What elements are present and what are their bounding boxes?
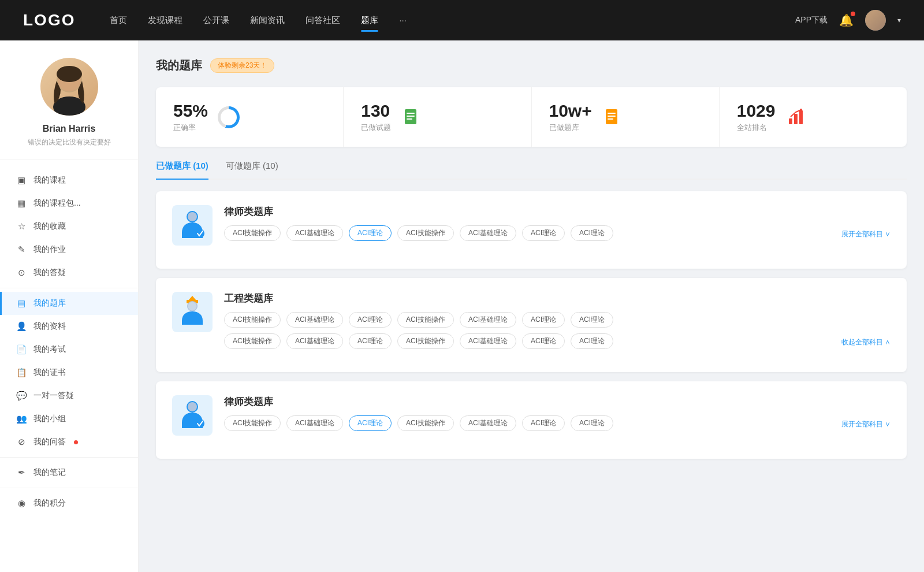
qb-title-engineer: 工程类题库 — [224, 292, 891, 305]
tag-0-lawyer2[interactable]: ACI技能操作 — [224, 415, 281, 431]
chevron-down-icon[interactable]: ▾ — [897, 16, 901, 24]
sidebar-item-qa1on1[interactable]: 💬一对一答疑 — [0, 384, 138, 407]
nav-link-公开课[interactable]: 公开课 — [203, 13, 229, 28]
sidebar-item-courses[interactable]: ▣我的课程 — [0, 169, 138, 192]
sidebar-item-points[interactable]: ◉我的积分 — [0, 492, 138, 515]
qb-card-content-engineer: 工程类题库ACI技能操作ACI基础理论ACI理论ACI技能操作ACI基础理论AC… — [224, 292, 891, 349]
sidebar-item-label-group: 我的小组 — [33, 414, 66, 424]
sidebar-divider — [0, 288, 138, 288]
tag-2-lawyer2[interactable]: ACI理论 — [349, 415, 392, 431]
trial-badge: 体验剩余23天！ — [210, 58, 274, 73]
stat-value-accuracy: 55% — [173, 101, 208, 120]
tags-row1-lawyer1: ACI技能操作ACI基础理论ACI理论ACI技能操作ACI基础理论ACI理论AC… — [224, 225, 891, 241]
avatar[interactable] — [865, 10, 886, 31]
tag-r2-0-engineer[interactable]: ACI技能操作 — [224, 333, 281, 349]
tag-2-engineer[interactable]: ACI理论 — [349, 312, 392, 328]
sidebar-item-label-points: 我的积分 — [33, 498, 66, 508]
tag-0-lawyer1[interactable]: ACI技能操作 — [224, 225, 281, 241]
sidebar-item-packages[interactable]: ▦我的课程包... — [0, 192, 138, 215]
avatar-image — [865, 10, 886, 31]
sidebar-item-cert[interactable]: 📋我的证书 — [0, 361, 138, 384]
sidebar-item-profile_info[interactable]: 👤我的资料 — [0, 315, 138, 338]
tag-0-engineer[interactable]: ACI技能操作 — [224, 312, 281, 328]
accuracy-pie — [218, 106, 240, 128]
tag-6-lawyer1[interactable]: ACI理论 — [571, 225, 613, 241]
nav-link-···[interactable]: ··· — [399, 13, 407, 28]
svg-rect-9 — [608, 113, 616, 114]
app-download-button[interactable]: APP下载 — [795, 15, 828, 25]
tag-2-lawyer1[interactable]: ACI理论 — [349, 225, 392, 241]
tag-5-lawyer1[interactable]: ACI理论 — [522, 225, 565, 241]
tag-3-lawyer1[interactable]: ACI技能操作 — [397, 225, 454, 241]
tag-6-lawyer2[interactable]: ACI理论 — [571, 415, 613, 431]
stat-done-banks: 10w+ 已做题库 — [532, 87, 720, 147]
lawyer-icon-wrap — [172, 395, 213, 436]
tag-5-lawyer2[interactable]: ACI理论 — [522, 415, 565, 431]
nav-link-题库[interactable]: 题库 — [361, 13, 378, 28]
stat-ranking: 1029 全站排名 — [720, 87, 907, 147]
tab-可做题库 (10)[interactable]: 可做题库 (10) — [226, 161, 278, 179]
questions-icon: ⊙ — [16, 268, 27, 278]
sidebar-item-label-exam: 我的考试 — [33, 344, 66, 355]
notification-bell[interactable]: 🔔 — [839, 13, 854, 27]
svg-rect-5 — [407, 113, 415, 114]
sidebar-item-label-qa1on1: 一对一答疑 — [33, 391, 74, 401]
stat-text-done: 130 已做试题 — [361, 101, 391, 133]
sidebar-divider — [0, 457, 138, 458]
tag-5-engineer[interactable]: ACI理论 — [522, 312, 565, 328]
sidebar-item-label-myqa: 我的问答 — [33, 437, 66, 447]
svg-rect-6 — [407, 116, 415, 117]
homework-icon: ✎ — [16, 244, 27, 255]
tag-4-lawyer2[interactable]: ACI基础理论 — [460, 415, 516, 431]
sidebar-item-group[interactable]: 👥我的小组 — [0, 407, 138, 430]
tag-r2-5-engineer[interactable]: ACI理论 — [522, 333, 565, 349]
tag-1-engineer[interactable]: ACI基础理论 — [286, 312, 343, 328]
nav-link-首页[interactable]: 首页 — [110, 13, 127, 28]
sidebar-item-myqa[interactable]: ⊘我的问答 — [0, 430, 138, 454]
qb-title-lawyer1: 律师类题库 — [224, 205, 891, 218]
sidebar-item-label-profile_info: 我的资料 — [33, 321, 66, 332]
sidebar-item-exam[interactable]: 📄我的考试 — [0, 338, 138, 361]
tags-row1-lawyer2: ACI技能操作ACI基础理论ACI理论ACI技能操作ACI基础理论ACI理论AC… — [224, 415, 891, 431]
tag-r2-4-engineer[interactable]: ACI基础理论 — [460, 333, 516, 349]
avatar-image-svg — [40, 58, 98, 116]
expand-button-lawyer2[interactable]: 展开全部科目 ∨ — [841, 417, 891, 429]
svg-rect-12 — [789, 118, 792, 124]
sidebar-item-homework[interactable]: ✎我的作业 — [0, 238, 138, 261]
sidebar-item-questions[interactable]: ⊙我的答疑 — [0, 261, 138, 284]
points-icon: ◉ — [16, 498, 27, 508]
notification-badge — [851, 12, 855, 16]
tag-6-engineer[interactable]: ACI理论 — [571, 312, 613, 328]
collapse-button-engineer[interactable]: 收起全部科目 ∧ — [841, 335, 891, 347]
nav-link-发现课程[interactable]: 发现课程 — [148, 13, 182, 28]
tag-1-lawyer2[interactable]: ACI基础理论 — [286, 415, 343, 431]
sidebar-item-qbank[interactable]: ▤我的题库 — [0, 292, 138, 315]
nav-links: 首页发现课程公开课新闻资讯问答社区题库··· — [110, 13, 795, 28]
nav-link-问答社区[interactable]: 问答社区 — [305, 13, 340, 28]
doc-orange-icon — [601, 106, 624, 129]
profile-avatar — [40, 58, 98, 116]
sidebar-item-label-homework: 我的作业 — [33, 244, 66, 255]
tag-r2-3-engineer[interactable]: ACI技能操作 — [397, 333, 454, 349]
tag-3-lawyer2[interactable]: ACI技能操作 — [397, 415, 454, 431]
courses-icon: ▣ — [16, 175, 27, 185]
tag-r2-1-engineer[interactable]: ACI基础理论 — [286, 333, 343, 349]
ranking-chart-icon — [787, 108, 806, 127]
logo[interactable]: LOGO — [23, 11, 75, 29]
svg-point-24 — [195, 419, 204, 428]
sidebar-item-favorites[interactable]: ☆我的收藏 — [0, 215, 138, 238]
tag-3-engineer[interactable]: ACI技能操作 — [397, 312, 454, 328]
tag-r2-6-engineer[interactable]: ACI理论 — [571, 333, 613, 349]
expand-button-lawyer1[interactable]: 展开全部科目 ∨ — [841, 227, 891, 239]
lawyer-figure-svg — [178, 209, 207, 242]
doc-blue-icon — [400, 106, 423, 129]
tag-4-lawyer1[interactable]: ACI基础理论 — [460, 225, 516, 241]
nav-link-新闻资讯[interactable]: 新闻资讯 — [250, 13, 285, 28]
sidebar-item-label-packages: 我的课程包... — [33, 198, 81, 209]
tag-4-engineer[interactable]: ACI基础理论 — [460, 312, 516, 328]
sidebar-item-label-favorites: 我的收藏 — [33, 221, 66, 232]
tab-已做题库 (10)[interactable]: 已做题库 (10) — [156, 161, 208, 179]
tag-r2-2-engineer[interactable]: ACI理论 — [349, 333, 392, 349]
tag-1-lawyer1[interactable]: ACI基础理论 — [286, 225, 343, 241]
sidebar-item-notes[interactable]: ✒我的笔记 — [0, 461, 138, 484]
